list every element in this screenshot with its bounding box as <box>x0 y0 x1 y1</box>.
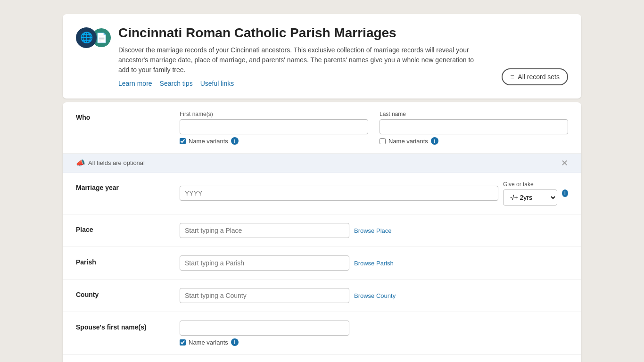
browse-place-link[interactable]: Browse Place <box>354 227 391 234</box>
last-name-variants-checkbox[interactable] <box>380 138 386 144</box>
first-name-label: First name(s) <box>180 111 368 117</box>
first-name-info-icon[interactable]: i <box>231 137 239 145</box>
spouse-first-name-info-icon[interactable]: i <box>231 338 239 346</box>
first-name-input[interactable] <box>180 119 368 134</box>
header-card: 🌐 📄 Cincinnati Roman Catholic Parish Mar… <box>63 14 581 99</box>
parish-input[interactable] <box>180 255 349 271</box>
place-row: Place Browse Place <box>63 214 581 247</box>
last-name-label: Last name <box>380 111 568 117</box>
marriage-year-input[interactable] <box>180 186 498 201</box>
give-take-select[interactable]: -/+ 2yrs -/+ 1yr -/+ 5yrs -/+ 10yrs Exac… <box>503 189 557 206</box>
spouse-first-name-label: Spouse's first name(s) <box>76 321 180 331</box>
search-tips-link[interactable]: Search tips <box>160 80 193 87</box>
place-label: Place <box>76 223 180 233</box>
close-optional-banner-button[interactable]: ✕ <box>561 159 568 167</box>
marriage-year-info-icon[interactable]: i <box>562 189 568 197</box>
header-icons: 🌐 📄 <box>76 27 111 48</box>
who-row: Who First name(s) Name variants i Last n… <box>63 102 581 154</box>
spouse-last-name-row: Spouse's last name <box>63 355 581 362</box>
marriage-year-label: Marriage year <box>76 181 180 191</box>
useful-links-link[interactable]: Useful links <box>200 80 234 87</box>
county-row: County Browse County <box>63 280 581 312</box>
county-input[interactable] <box>180 288 349 303</box>
optional-text: All fields are optional <box>88 159 145 166</box>
first-name-variants-label: Name variants <box>189 138 228 145</box>
all-record-sets-button[interactable]: ≡ All record sets <box>502 68 568 85</box>
optional-banner: 📣 All fields are optional ✕ <box>63 154 581 173</box>
who-label: Who <box>76 111 180 121</box>
spouse-first-name-row: Spouse's first name(s) Name variants i <box>63 312 581 355</box>
form-card: Who First name(s) Name variants i Last n… <box>63 102 581 362</box>
browse-county-link[interactable]: Browse County <box>354 292 396 299</box>
globe-icon: 🌐 <box>76 27 97 48</box>
spouse-first-name-input[interactable] <box>180 321 349 336</box>
county-label: County <box>76 288 180 298</box>
give-take-label: Give or take <box>503 181 557 188</box>
last-name-info-icon[interactable]: i <box>431 137 438 145</box>
all-record-sets-label: All record sets <box>518 73 560 81</box>
parish-label: Parish <box>76 255 180 266</box>
first-name-variants-checkbox[interactable] <box>180 138 186 144</box>
megaphone-icon: 📣 <box>76 158 85 167</box>
marriage-year-row: Marriage year Give or take -/+ 2yrs -/+ … <box>63 173 581 214</box>
list-icon: ≡ <box>510 73 514 81</box>
spouse-first-name-variants-checkbox[interactable] <box>180 339 186 346</box>
last-name-variants-label: Name variants <box>388 138 428 145</box>
browse-parish-link[interactable]: Browse Parish <box>354 260 394 267</box>
page-title: Cincinnati Roman Catholic Parish Marriag… <box>118 25 568 41</box>
last-name-input[interactable] <box>380 119 568 134</box>
spouse-first-name-variants-label: Name variants <box>189 339 228 346</box>
place-input[interactable] <box>180 223 349 238</box>
page-description: Discover the marriage records of your Ci… <box>118 45 486 75</box>
parish-row: Parish Browse Parish <box>63 247 581 280</box>
learn-more-link[interactable]: Learn more <box>118 80 152 87</box>
